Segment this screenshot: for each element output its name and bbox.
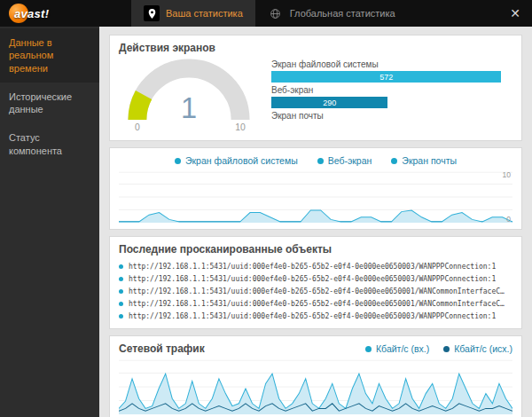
network-traffic-title: Сетевой трафик bbox=[119, 342, 205, 355]
sidebar-item-historical-data[interactable]: Исторические данные bbox=[0, 83, 99, 124]
globe-icon bbox=[268, 5, 284, 21]
y-axis-max-label: 10 bbox=[503, 170, 511, 179]
scanned-url: http://192.168.1.1:5431/uuid:000ef4e0-b2… bbox=[129, 312, 496, 320]
avast-logo: avast! bbox=[0, 0, 115, 27]
network-traffic-card: Сетевой трафик Кбайт/с (вх.) Кбайт/с (ис… bbox=[109, 335, 522, 417]
avast-logo-text: avast! bbox=[14, 7, 49, 20]
bullet-icon bbox=[119, 264, 123, 269]
main-content: Действия экранов 1 0 10 Экран файловой с… bbox=[99, 27, 532, 417]
legend-dot-icon bbox=[317, 158, 324, 164]
legend-item-web[interactable]: Веб-экран bbox=[317, 155, 372, 166]
titlebar: avast! Ваша статистика Глобальная статис… bbox=[0, 0, 532, 27]
close-button[interactable]: ✕ bbox=[498, 0, 532, 27]
network-traffic-legend: Кбайт/с (вх.) Кбайт/с (исх.) bbox=[365, 343, 512, 354]
scanned-url: http://192.168.1.1:5431/uuid:000ef4e0-b2… bbox=[129, 287, 505, 295]
tab-your-statistics[interactable]: Ваша статистика bbox=[131, 0, 255, 27]
screens-timeline-card: Экран файловой системы Веб-экран Экран п… bbox=[109, 147, 522, 230]
scanned-objects-card: Последние просканированные объекты http:… bbox=[109, 236, 522, 329]
gauge-min-label: 0 bbox=[135, 122, 140, 132]
gauge-max-label: 10 bbox=[235, 122, 246, 132]
screens-timeline-chart-wrap: 10 0 bbox=[119, 171, 512, 223]
top-tabs: Ваша статистика Глобальная статистика bbox=[131, 0, 408, 27]
gauge-value: 1 bbox=[181, 92, 197, 124]
gauge-value-arc bbox=[137, 95, 144, 120]
screens-timeline-chart bbox=[119, 171, 512, 223]
legend-dot-icon bbox=[175, 158, 181, 164]
screen-actions-gauge: 1 0 10 bbox=[119, 56, 259, 132]
legend-label: Кбайт/с (исх.) bbox=[454, 343, 512, 354]
sidebar-item-component-status[interactable]: Статус компонента bbox=[0, 123, 99, 165]
screen-actions-bars: Экран файловой системы 572 Веб-экран 290… bbox=[271, 56, 512, 134]
y-axis-min-label: 0 bbox=[506, 215, 511, 224]
bar-label-web: Веб-экран bbox=[271, 85, 512, 95]
bar-value: 290 bbox=[323, 98, 336, 107]
legend-dot-icon bbox=[391, 158, 397, 164]
legend-item-kbps-in[interactable]: Кбайт/с (вх.) bbox=[365, 343, 429, 354]
legend-label: Кбайт/с (вх.) bbox=[376, 343, 429, 354]
list-item: http://192.168.1.1:5431/uuid:000ef4e0-b2… bbox=[119, 285, 512, 297]
legend-dot-icon bbox=[443, 346, 450, 352]
scanned-url: http://192.168.1.1:5431/uuid:000ef4e0-b2… bbox=[129, 300, 505, 308]
bar-label-filesystem: Экран файловой системы bbox=[271, 59, 512, 69]
sidebar: Данные в реальном времени Исторические д… bbox=[0, 27, 99, 417]
screen-actions-card: Действия экранов 1 0 10 Экран файловой с… bbox=[109, 35, 522, 141]
network-traffic-chart bbox=[119, 359, 512, 414]
bar-web: 290 bbox=[271, 97, 387, 108]
legend-item-mail[interactable]: Экран почты bbox=[391, 155, 457, 166]
legend-label: Экран файловой системы bbox=[185, 155, 298, 166]
tab-global-statistics[interactable]: Глобальная статистика bbox=[255, 0, 408, 27]
bullet-icon bbox=[119, 289, 123, 294]
list-item: http://192.168.1.1:5431/uuid:000ef4e0-b2… bbox=[119, 297, 512, 310]
tab-label: Ваша статистика bbox=[166, 8, 243, 19]
list-item: http://192.168.1.1:5431/uuid:000ef4e0-b2… bbox=[119, 310, 512, 322]
bar-label-mail: Экран почты bbox=[271, 111, 512, 121]
scanned-url: http://192.168.1.1:5431/uuid:000ef4e0-b2… bbox=[129, 263, 496, 271]
bullet-icon bbox=[119, 302, 123, 306]
list-item: http://192.168.1.1:5431/uuid:000ef4e0-b2… bbox=[119, 260, 512, 272]
legend-label: Экран почты bbox=[402, 155, 457, 166]
legend-dot-icon bbox=[365, 346, 372, 352]
tab-label: Глобальная статистика bbox=[290, 8, 395, 19]
bullet-icon bbox=[119, 277, 123, 281]
scanned-url: http://192.168.1.1:5431/uuid:000ef4e0-b2… bbox=[129, 275, 496, 283]
screens-timeline-legend: Экран файловой системы Веб-экран Экран п… bbox=[119, 154, 512, 171]
legend-item-filesystem[interactable]: Экран файловой системы bbox=[175, 155, 298, 166]
bullet-icon bbox=[119, 314, 123, 319]
bar-value: 572 bbox=[379, 73, 393, 82]
scanned-objects-list: http://192.168.1.1:5431/uuid:000ef4e0-b2… bbox=[119, 260, 512, 322]
bar-filesystem: 572 bbox=[271, 71, 501, 83]
network-traffic-chart-wrap bbox=[119, 359, 512, 414]
scanned-objects-title: Последние просканированные объекты bbox=[119, 243, 512, 256]
screen-actions-title: Действия экранов bbox=[119, 42, 512, 54]
legend-label: Веб-экран bbox=[328, 155, 372, 166]
location-pin-icon bbox=[144, 5, 160, 21]
legend-item-kbps-out[interactable]: Кбайт/с (исх.) bbox=[443, 343, 512, 354]
avast-statistics-window: avast! Ваша статистика Глобальная статис… bbox=[0, 0, 532, 417]
sidebar-item-realtime-data[interactable]: Данные в реальном времени bbox=[0, 28, 99, 83]
list-item: http://192.168.1.1:5431/uuid:000ef4e0-b2… bbox=[119, 272, 512, 285]
